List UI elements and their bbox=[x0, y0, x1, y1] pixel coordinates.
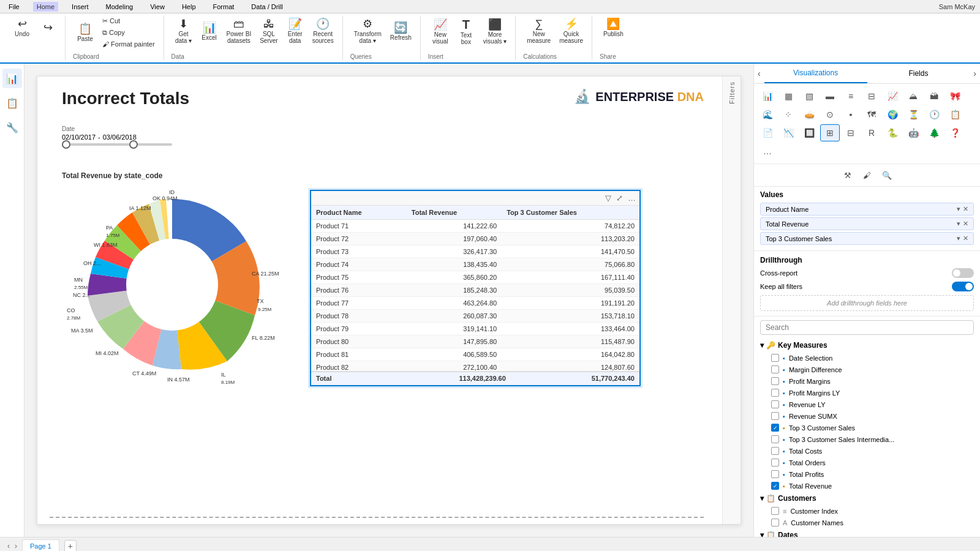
cut-button[interactable]: ✂ Cut bbox=[99, 16, 159, 26]
format-icon[interactable]: 🖌 bbox=[859, 167, 876, 184]
checkbox-total-revenue[interactable]: ✓ bbox=[771, 482, 779, 490]
value-pill-top3[interactable]: Top 3 Customer Sales ▾ ✕ bbox=[760, 232, 974, 245]
sidebar-icon-model[interactable]: 🔧 bbox=[2, 118, 22, 137]
nav-prev[interactable]: ‹ bbox=[7, 542, 10, 550]
menu-format[interactable]: Format bbox=[209, 2, 238, 12]
viz-map[interactable]: 🗺 bbox=[862, 106, 881, 123]
sidebar-icon-data[interactable]: 📋 bbox=[2, 93, 22, 113]
tab-fields[interactable]: Fields bbox=[867, 64, 970, 83]
new-visual-button[interactable]: 📈Newvisual bbox=[428, 16, 453, 48]
field-customer-names[interactable]: ACustomer Names bbox=[754, 517, 980, 528]
pbi-datasets-button[interactable]: 🗃Power BIdatasets bbox=[223, 16, 255, 47]
viz-r-visual[interactable]: R bbox=[862, 124, 881, 141]
build-icon[interactable]: ⚒ bbox=[839, 167, 856, 184]
value-remove[interactable]: ✕ bbox=[963, 205, 968, 213]
viz-horizontal-bar[interactable]: ▬ bbox=[820, 88, 840, 105]
menu-view[interactable]: View bbox=[146, 2, 168, 12]
checkbox-margin-diff[interactable] bbox=[771, 365, 779, 373]
undo-button[interactable]: ↩Undo bbox=[10, 16, 34, 40]
slider-thumb-left[interactable] bbox=[62, 140, 70, 149]
format-painter-button[interactable]: 🖌 Format painter bbox=[99, 39, 159, 49]
field-top3-customer-sales[interactable]: ✓▪Top 3 Customer Sales bbox=[754, 422, 980, 433]
field-total-profits[interactable]: ▪Total Profits bbox=[754, 468, 980, 480]
viz-matrix[interactable]: ⊟ bbox=[841, 124, 861, 141]
checkbox-customer-index[interactable] bbox=[771, 507, 779, 515]
viz-stacked-bar[interactable]: ▦ bbox=[778, 88, 798, 105]
checkbox-total-orders[interactable] bbox=[771, 459, 779, 467]
field-customer-index[interactable]: ≡Customer Index bbox=[754, 505, 980, 517]
menu-data-drill[interactable]: Data / Drill bbox=[247, 2, 286, 12]
menu-home[interactable]: Home bbox=[33, 2, 58, 12]
field-margin-difference[interactable]: ▪Margin Difference bbox=[754, 364, 980, 375]
field-group-header-customers[interactable]: ▾ 📋 Customers bbox=[754, 492, 980, 505]
field-profit-margins[interactable]: ▪Profit Margins bbox=[754, 375, 980, 387]
viz-line-chart[interactable]: 📈 bbox=[883, 88, 902, 105]
viz-waterfall[interactable]: 🌊 bbox=[758, 106, 777, 123]
slider-track[interactable] bbox=[62, 143, 172, 146]
menu-modeling[interactable]: Modeling bbox=[102, 2, 137, 12]
add-page-button[interactable]: + bbox=[64, 540, 77, 552]
viz-gauge[interactable]: 🕐 bbox=[924, 106, 944, 123]
viz-slicer[interactable]: 🔲 bbox=[799, 124, 819, 141]
sql-server-button[interactable]: 🖧SQLServer bbox=[256, 16, 281, 47]
checkbox-date-selection[interactable] bbox=[771, 354, 779, 362]
menu-help[interactable]: Help bbox=[178, 2, 200, 12]
tab-visualizations[interactable]: Visualizations bbox=[764, 64, 867, 83]
viz-table[interactable]: ⊞ bbox=[820, 124, 840, 141]
redo-button[interactable]: ↪ bbox=[36, 16, 60, 40]
viz-area-chart[interactable]: ⛰ bbox=[903, 88, 923, 105]
keep-filters-toggle[interactable] bbox=[952, 282, 974, 291]
field-top3-intermedia[interactable]: ▪Top 3 Customer Sales Intermedia... bbox=[754, 433, 980, 445]
viz-donut-chart[interactable]: ⊙ bbox=[820, 106, 840, 123]
checkbox-customer-names[interactable] bbox=[771, 519, 779, 527]
checkbox-total-costs[interactable] bbox=[771, 447, 779, 455]
field-total-revenue[interactable]: ✓▪Total Revenue bbox=[754, 480, 980, 492]
sidebar-icon-report[interactable]: 📊 bbox=[2, 69, 22, 88]
viz-funnel[interactable]: ⏳ bbox=[903, 106, 923, 123]
checkbox-revenue-sumx[interactable] bbox=[771, 412, 779, 420]
value-remove-3[interactable]: ✕ bbox=[963, 234, 968, 242]
focus-icon[interactable]: ⤢ bbox=[615, 192, 624, 204]
viz-ai-insights[interactable]: 🤖 bbox=[903, 124, 923, 141]
recent-sources-button[interactable]: 🕐Recentsources bbox=[309, 16, 337, 47]
viz-bar-chart[interactable]: 📊 bbox=[758, 88, 777, 105]
viz-card[interactable]: 📋 bbox=[945, 106, 965, 123]
checkbox-total-profits[interactable] bbox=[771, 470, 779, 478]
viz-filled-map[interactable]: 🌍 bbox=[883, 106, 902, 123]
viz-more[interactable]: … bbox=[758, 143, 777, 160]
slider-thumb-right[interactable] bbox=[129, 140, 138, 149]
new-measure-button[interactable]: ∑Newmeasure bbox=[523, 16, 554, 47]
drillthrough-drop-zone[interactable]: Add drillthrough fields here bbox=[760, 295, 974, 311]
value-chevron[interactable]: ▾ bbox=[957, 205, 960, 213]
cross-report-toggle[interactable] bbox=[952, 268, 974, 278]
field-group-header-key-measures[interactable]: ▾ 🔑 Key Measures bbox=[754, 339, 980, 352]
field-group-header-dates[interactable]: ▾ 📋 Dates bbox=[754, 528, 980, 537]
analytics-icon[interactable]: 🔍 bbox=[878, 167, 895, 184]
checkbox-top3-int[interactable] bbox=[771, 435, 779, 443]
value-chevron-2[interactable]: ▾ bbox=[957, 220, 960, 228]
viz-decomp-tree[interactable]: 🌲 bbox=[924, 124, 944, 141]
value-pill-product-name[interactable]: Product Name ▾ ✕ bbox=[760, 203, 974, 216]
viz-qna[interactable]: ❓ bbox=[945, 124, 965, 141]
checkbox-revenue-ly[interactable] bbox=[771, 400, 779, 408]
checkbox-profit-margins-ly[interactable] bbox=[771, 389, 779, 397]
page-tab-1[interactable]: Page 1 bbox=[22, 539, 59, 552]
paste-button[interactable]: 📋Paste bbox=[73, 16, 97, 49]
menu-insert[interactable]: Insert bbox=[68, 2, 92, 12]
viz-multi-row-card[interactable]: 📄 bbox=[758, 124, 777, 141]
value-remove-2[interactable]: ✕ bbox=[963, 220, 968, 228]
viz-ribbon-chart[interactable]: 🎀 bbox=[945, 88, 965, 105]
get-data-button[interactable]: ⬇Getdata ▾ bbox=[172, 16, 196, 47]
enter-data-button[interactable]: 📝Enterdata bbox=[283, 16, 307, 47]
text-box-button[interactable]: TTextbox bbox=[454, 16, 478, 48]
value-chevron-3[interactable]: ▾ bbox=[957, 234, 960, 242]
value-pill-total-revenue[interactable]: Total Revenue ▾ ✕ bbox=[760, 217, 974, 230]
more-options-icon[interactable]: … bbox=[627, 192, 637, 204]
viz-scatter[interactable]: ⁘ bbox=[778, 106, 798, 123]
checkbox-top3[interactable]: ✓ bbox=[771, 424, 779, 432]
viz-pie-chart[interactable]: 🥧 bbox=[799, 106, 819, 123]
viz-treemap[interactable]: ▪ bbox=[841, 106, 861, 123]
checkbox-profit-margins[interactable] bbox=[771, 377, 779, 385]
viz-stacked-area[interactable]: 🏔 bbox=[924, 88, 944, 105]
menu-file[interactable]: File bbox=[5, 2, 23, 12]
